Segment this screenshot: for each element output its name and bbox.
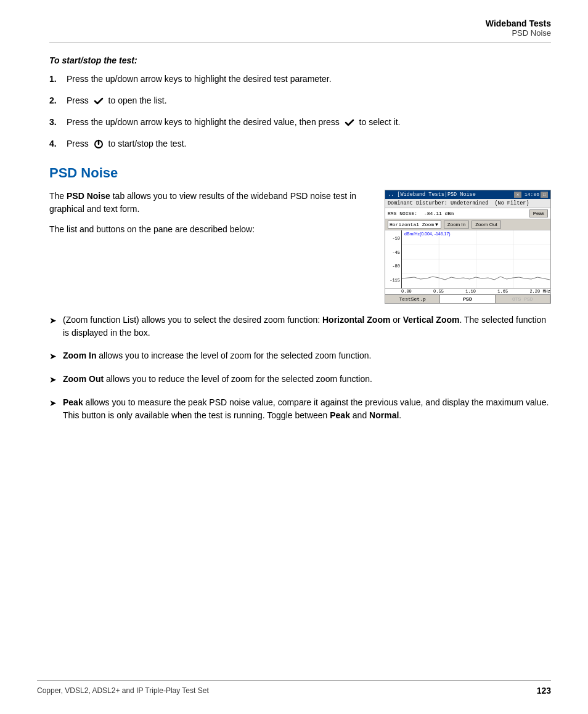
- x-label-4: 2.20 MHz: [529, 289, 550, 294]
- screenshot-controls[interactable]: ✕ 14:06 □: [514, 192, 548, 198]
- psd-screenshot: .. [Wideband Tests|PSD Noise ✕ 14:06 □ D…: [385, 190, 551, 304]
- start-stop-steps: 1. Press the up/down arrow keys to highl…: [49, 73, 551, 150]
- zoom-in-button[interactable]: Zoom In: [444, 221, 469, 229]
- rms-value: -84.11 dBm: [424, 211, 527, 216]
- maximize-icon[interactable]: □: [541, 192, 548, 198]
- x-label-0: 0.00: [401, 289, 412, 294]
- y-label-4: -115: [385, 278, 401, 283]
- page-number: 123: [537, 686, 551, 696]
- zoom-select-text: Horizontal Zoom: [390, 222, 434, 227]
- zoom-out-button[interactable]: Zoom Out: [472, 221, 501, 229]
- bullet-peak-text: Peak allows you to measure the peak PSD …: [63, 396, 551, 422]
- screenshot-zoom-row[interactable]: Horizontal Zoom ▼ Zoom In Zoom Out: [385, 219, 550, 230]
- page: Wideband Tests PSD Noise To start/stop t…: [0, 0, 588, 714]
- graph-x-labels: 0.00 0.55 1.10 1.65 2.20 MHz: [385, 289, 550, 294]
- step-3-content: Press the up/down arrow keys to highligh…: [67, 116, 401, 129]
- bullet-zoom-in: ➤ Zoom In allows you to increase the lev…: [49, 349, 551, 363]
- step-4-content: Press to start/stop the test.: [67, 137, 186, 150]
- tab-psd[interactable]: PSD: [440, 295, 495, 303]
- peak-button[interactable]: Peak: [529, 209, 548, 217]
- arrow-bullet-2: ➤: [49, 350, 63, 363]
- step-2-num: 2.: [49, 94, 67, 107]
- psd-noise-title: PSD Noise: [49, 165, 551, 181]
- x-label-1: 0.55: [433, 289, 444, 294]
- step-1: 1. Press the up/down arrow keys to highl…: [49, 73, 551, 86]
- step-3: 3. Press the up/down arrow keys to highl…: [49, 116, 551, 129]
- arrow-bullet-1: ➤: [49, 314, 63, 327]
- y-label-2: -45: [385, 250, 401, 255]
- check-icon-step3: [344, 117, 355, 128]
- step-1-text: Press the up/down arrow keys to highligh…: [67, 73, 332, 86]
- step-1-num: 1.: [49, 73, 67, 86]
- screenshot-info-row: Dominant Disturber: Undetermined (No Fil…: [385, 199, 550, 208]
- psd-intro-p1: The PSD Noise tab allows you to view res…: [49, 190, 372, 216]
- screenshot-window: .. [Wideband Tests|PSD Noise ✕ 14:06 □ D…: [385, 190, 551, 304]
- graph-y-labels: -10 -45 -80 -115: [385, 230, 401, 288]
- psd-intro: The PSD Noise tab allows you to view res…: [49, 190, 551, 304]
- close-icon[interactable]: ✕: [514, 192, 521, 198]
- feature-bullet-list: ➤ (Zoom function List) allows you to sel…: [49, 314, 551, 422]
- bullet-zoom-in-text: Zoom In allows you to increase the level…: [63, 349, 551, 362]
- screenshot-time: 14:06: [525, 192, 539, 198]
- header-title: Wideband Tests: [49, 18, 551, 28]
- bullet-zoom-out: ➤ Zoom Out allows you to reduce the leve…: [49, 373, 551, 386]
- bullet-peak: ➤ Peak allows you to measure the peak PS…: [49, 396, 551, 422]
- screenshot-graph: -10 -45 -80 -115 dBm/Hz(0.004, -146.17): [385, 230, 550, 289]
- power-icon: [93, 139, 104, 150]
- tab-testsetp[interactable]: TestSet.p: [385, 295, 440, 303]
- page-header: Wideband Tests PSD Noise: [49, 18, 551, 43]
- step-4: 4. Press to start/stop the test.: [49, 137, 551, 150]
- screenshot-rms-row: RMS NOISE: -84.11 dBm Peak: [385, 208, 550, 219]
- x-label-2: 1.10: [465, 289, 476, 294]
- page-footer: Copper, VDSL2, ADSL2+ and IP Triple-Play…: [37, 680, 551, 696]
- y-label-1: -10: [385, 236, 401, 241]
- screenshot-titlebar: .. [Wideband Tests|PSD Noise ✕ 14:06 □: [385, 190, 550, 199]
- screenshot-tabs[interactable]: TestSet.p PSD OTS PSD: [385, 294, 550, 303]
- graph-plot-area: dBm/Hz(0.004, -146.17): [401, 230, 550, 288]
- y-label-3: -80: [385, 264, 401, 269]
- start-stop-heading: To start/stop the test:: [49, 55, 551, 65]
- step-4-num: 4.: [49, 137, 67, 150]
- bullet-zoom-function-text: (Zoom function List) allows you to selec…: [63, 314, 551, 339]
- step-2-content: Press to open the list.: [67, 94, 167, 107]
- rms-label: RMS NOISE:: [388, 211, 422, 216]
- step-3-num: 3.: [49, 116, 67, 129]
- screenshot-titlebar-text: .. [Wideband Tests|PSD Noise: [388, 192, 476, 198]
- check-icon-step2: [93, 95, 104, 107]
- arrow-bullet-4: ➤: [49, 397, 63, 410]
- bullet-zoom-out-text: Zoom Out allows you to reduce the level …: [63, 373, 551, 386]
- tab-ots-psd: OTS PSD: [496, 295, 550, 303]
- psd-text-column: The PSD Noise tab allows you to view res…: [49, 190, 372, 304]
- bullet-zoom-function: ➤ (Zoom function List) allows you to sel…: [49, 314, 551, 339]
- arrow-bullet-3: ➤: [49, 373, 63, 386]
- x-label-3: 1.65: [497, 289, 508, 294]
- psd-intro-p2: The list and buttons on the pane are des…: [49, 223, 372, 236]
- zoom-function-select[interactable]: Horizontal Zoom ▼: [388, 221, 441, 229]
- dropdown-arrow-icon: ▼: [435, 222, 438, 227]
- footer-product-name: Copper, VDSL2, ADSL2+ and IP Triple-Play…: [37, 686, 209, 695]
- graph-noise-svg: [402, 230, 550, 288]
- header-subtitle: PSD Noise: [49, 28, 551, 38]
- step-2: 2. Press to open the list.: [49, 94, 551, 107]
